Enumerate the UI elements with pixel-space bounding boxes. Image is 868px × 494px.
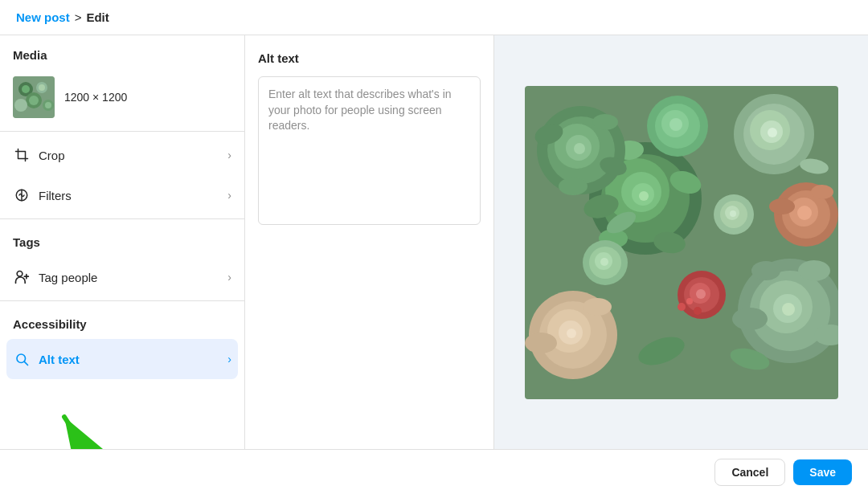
header: New post > Edit xyxy=(0,0,868,35)
svg-point-23 xyxy=(639,191,649,201)
svg-point-56 xyxy=(567,329,576,338)
svg-point-2 xyxy=(22,85,30,93)
svg-point-12 xyxy=(17,271,23,277)
svg-point-49 xyxy=(798,260,830,281)
alt-text-input[interactable] xyxy=(258,76,481,225)
crop-icon xyxy=(13,146,31,164)
svg-point-9 xyxy=(45,102,51,108)
svg-line-16 xyxy=(24,361,27,365)
sidebar: Media 1200 × 1200 xyxy=(0,35,245,449)
filters-label: Filters xyxy=(39,189,227,202)
save-button[interactable]: Save xyxy=(793,459,852,485)
svg-point-38 xyxy=(574,143,585,154)
alt-text-item[interactable]: Alt text › xyxy=(6,339,238,379)
tag-people-label: Tag people xyxy=(39,271,227,284)
media-dimensions-label: 1200 × 1200 xyxy=(64,91,127,104)
divider-3 xyxy=(0,300,244,301)
footer: Cancel Save xyxy=(0,449,868,494)
crop-label: Crop xyxy=(39,149,227,162)
cancel-button[interactable]: Cancel xyxy=(714,459,785,486)
svg-point-80 xyxy=(669,118,682,131)
succulent-preview-image xyxy=(525,86,838,399)
divider-1 xyxy=(0,131,244,132)
svg-point-85 xyxy=(678,303,686,311)
svg-point-33 xyxy=(768,128,777,137)
preview-image-container xyxy=(525,86,838,399)
svg-point-48 xyxy=(732,308,768,330)
main-content: Media 1200 × 1200 xyxy=(0,35,868,449)
breadcrumb-current: Edit xyxy=(86,10,108,24)
svg-point-58 xyxy=(583,298,612,316)
svg-point-74 xyxy=(797,206,812,220)
tags-section-title: Tags xyxy=(0,223,244,257)
crop-chevron: › xyxy=(227,149,231,161)
divider-2 xyxy=(0,218,244,219)
crop-item[interactable]: Crop › xyxy=(0,135,244,175)
tag-people-icon xyxy=(13,268,31,286)
svg-point-86 xyxy=(686,298,693,304)
accessibility-section-title: Accessibility xyxy=(0,304,244,339)
alt-text-label: Alt text xyxy=(39,353,227,366)
tag-people-chevron: › xyxy=(227,271,231,284)
svg-point-47 xyxy=(782,303,795,316)
svg-point-75 xyxy=(769,198,795,214)
svg-point-62 xyxy=(696,289,706,299)
preview-panel xyxy=(494,35,868,449)
alt-text-panel: Alt text xyxy=(245,35,494,449)
svg-point-7 xyxy=(14,99,27,112)
svg-point-42 xyxy=(559,178,588,195)
alt-text-search-icon xyxy=(13,350,31,368)
media-thumbnail xyxy=(13,76,55,118)
svg-point-6 xyxy=(29,96,39,105)
media-row: 1200 × 1200 xyxy=(0,70,244,128)
tag-people-item[interactable]: Tag people › xyxy=(0,257,244,297)
breadcrumb-new-post[interactable]: New post xyxy=(16,10,70,24)
media-section-title: Media xyxy=(0,35,244,70)
filters-item[interactable]: Filters › xyxy=(0,175,244,215)
svg-point-50 xyxy=(751,261,780,280)
svg-point-57 xyxy=(525,333,557,353)
svg-point-40 xyxy=(592,114,618,130)
svg-point-70 xyxy=(730,210,736,217)
svg-point-76 xyxy=(811,185,833,199)
filters-icon xyxy=(13,186,31,204)
svg-point-4 xyxy=(39,84,45,91)
breadcrumb-separator: > xyxy=(75,10,82,24)
svg-point-87 xyxy=(694,307,702,315)
alt-text-panel-title: Alt text xyxy=(258,51,481,65)
svg-point-66 xyxy=(600,258,608,266)
alt-text-chevron: › xyxy=(227,353,231,365)
filters-chevron: › xyxy=(227,189,231,202)
